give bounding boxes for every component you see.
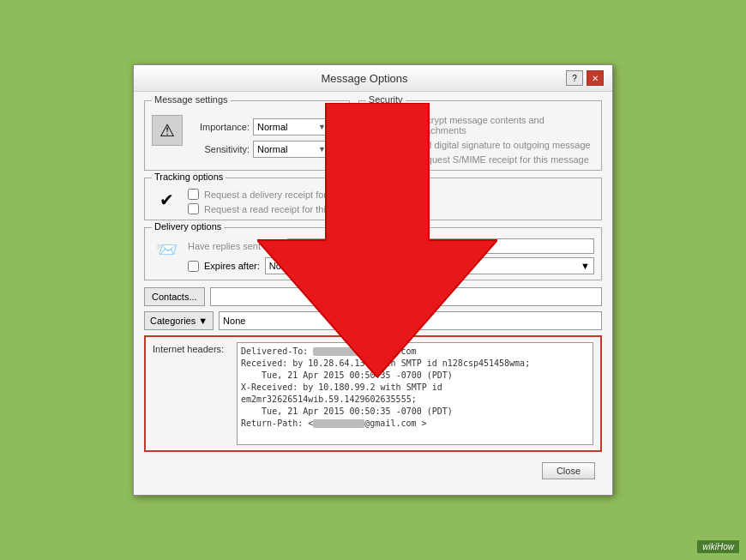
expires-dropdown[interactable]: None ▼ — [265, 257, 594, 274]
expires-dropdown-arrow: ▼ — [581, 261, 590, 271]
sensitivity-dropdown[interactable]: Normal ▼ — [253, 141, 330, 158]
importance-value: Normal — [257, 122, 287, 132]
categories-row: Categories ▼ — [144, 311, 602, 330]
delivery-icon: 📨 — [152, 235, 181, 264]
replies-row: Have replies sent to: — [188, 238, 594, 254]
wikihow-badge: wikiHow — [697, 540, 739, 553]
delivery-content: 📨 Have replies sent to: Expires after: N… — [152, 235, 594, 274]
delivery-receipt-label: Request a delivery receipt for this mess… — [204, 190, 385, 200]
contacts-button[interactable]: Contacts... — [144, 287, 205, 306]
contacts-categories-row: Contacts... — [144, 287, 602, 306]
dialog-body: Message settings ⚠ Importance: Normal ▼ — [134, 92, 612, 495]
close-button[interactable]: Close — [542, 462, 595, 479]
replies-label: Have replies sent to: — [188, 241, 282, 251]
read-receipt-row: Request a read receipt for this message — [188, 203, 385, 214]
delivery-section: Delivery options 📨 Have replies sent to:… — [144, 227, 602, 280]
read-receipt-label: Request a read receipt for this message — [204, 204, 371, 214]
top-sections: Message settings ⚠ Importance: Normal ▼ — [144, 100, 602, 171]
encrypt-row: Encrypt message contents and attachments — [400, 115, 594, 135]
categories-input[interactable] — [219, 311, 602, 330]
categories-button[interactable]: Categories ▼ — [144, 311, 214, 330]
expires-label: Expires after: — [204, 261, 260, 271]
delivery-receipt-checkbox[interactable] — [188, 189, 199, 200]
sensitivity-label: Sensitivity: — [190, 144, 250, 154]
internet-headers-text: Delivered-To: @gmail.com Received: by 10… — [241, 346, 589, 430]
help-button[interactable]: ? — [566, 70, 583, 86]
read-receipt-checkbox[interactable] — [188, 203, 199, 214]
encrypt-label: Encrypt message contents and attachments — [415, 115, 594, 135]
replies-input[interactable] — [287, 238, 594, 254]
delivery-fields: Have replies sent to: Expires after: Non… — [188, 235, 594, 274]
sensitivity-dropdown-arrow: ▼ — [318, 145, 326, 154]
tracking-section: Tracking options ✔ Request a delivery re… — [144, 178, 602, 220]
importance-dropdown[interactable]: Normal ▼ — [253, 118, 330, 135]
security-icon: 🔒 — [366, 111, 395, 141]
internet-headers-content[interactable]: Delivered-To: @gmail.com Received: by 10… — [237, 342, 593, 445]
receipt-row: Request S/MIME receipt for this message — [400, 154, 594, 165]
tracking-icon: ✔ — [152, 185, 181, 214]
internet-headers-label: Internet headers: — [153, 342, 230, 445]
tracking-checks: Request a delivery receipt for this mess… — [188, 185, 385, 214]
internet-headers-section: Internet headers: Delivered-To: @gmail.c… — [144, 335, 602, 452]
receipt-checkbox[interactable] — [400, 154, 412, 165]
blurred-email-1 — [313, 347, 364, 356]
encrypt-checkbox[interactable] — [400, 120, 412, 131]
close-title-button[interactable]: ✕ — [587, 70, 604, 86]
security-content: 🔒 Encrypt message contents and attachmen… — [366, 111, 594, 165]
title-bar-buttons: ? ✕ — [566, 70, 604, 86]
digital-checkbox[interactable] — [400, 139, 412, 150]
importance-label: Importance: — [190, 122, 250, 132]
blurred-email-2 — [313, 419, 364, 428]
delivery-receipt-row: Request a delivery receipt for this mess… — [188, 189, 385, 200]
settings-fields: Importance: Normal ▼ Sensitivity: Normal… — [190, 113, 330, 158]
contacts-input[interactable] — [210, 287, 602, 306]
sensitivity-value: Normal — [257, 144, 287, 154]
sensitivity-row: Sensitivity: Normal ▼ — [190, 141, 330, 158]
receipt-label: Request S/MIME receipt for this message — [415, 154, 589, 165]
categories-arrow-icon: ▼ — [198, 316, 208, 326]
digital-row: Add digital signature to outgoing messag… — [400, 139, 594, 150]
message-options-dialog: Message Options ? ✕ Message settings ⚠ I… — [133, 64, 613, 496]
tracking-label: Tracking options — [152, 172, 226, 182]
digital-label: Add digital signature to outgoing messag… — [415, 140, 591, 150]
dialog-title: Message Options — [163, 72, 566, 85]
title-bar: Message Options ? ✕ — [134, 65, 612, 92]
expires-row: Expires after: None ▼ — [188, 257, 594, 274]
security-checks: Encrypt message contents and attachments… — [400, 111, 594, 165]
security-section: Security 🔒 Encrypt message contents and … — [358, 100, 602, 171]
importance-icon: ⚠ — [152, 115, 183, 146]
message-settings-section: Message settings ⚠ Importance: Normal ▼ — [144, 100, 350, 171]
delivery-label: Delivery options — [152, 221, 224, 232]
bottom-bar: Close — [144, 459, 602, 486]
expires-checkbox[interactable] — [188, 261, 199, 272]
message-settings-label: Message settings — [152, 94, 231, 105]
importance-dropdown-arrow: ▼ — [318, 123, 326, 131]
tracking-content: ✔ Request a delivery receipt for this me… — [152, 185, 594, 214]
message-settings-content: ⚠ Importance: Normal ▼ Sensitivity: — [152, 113, 342, 158]
importance-row: Importance: Normal ▼ — [190, 118, 330, 135]
categories-label: Categories — [150, 316, 196, 326]
security-label: Security — [366, 94, 406, 105]
expires-value: None — [269, 261, 292, 271]
